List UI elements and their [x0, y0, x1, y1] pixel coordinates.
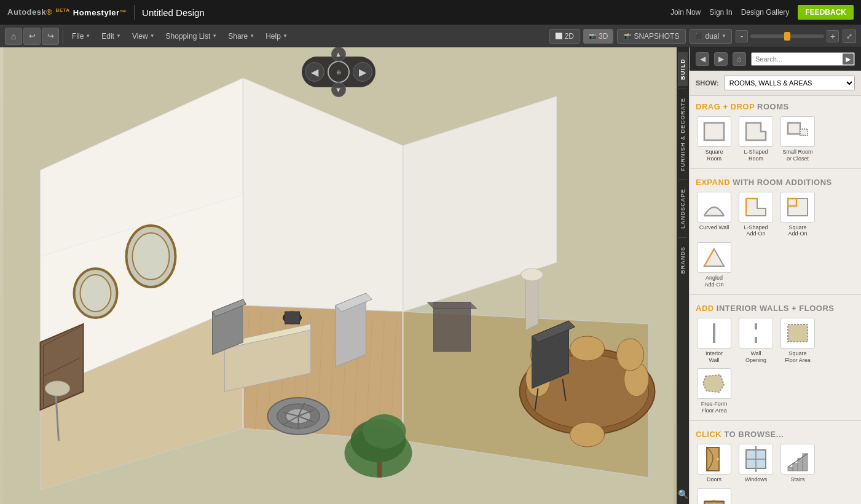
svg-rect-85 [788, 325, 808, 342]
zoom-out-button[interactable]: - [736, 30, 748, 42]
svg-point-67 [45, 381, 70, 396]
view-3d-button[interactable]: 📷 3D [583, 29, 613, 44]
landscape-tab[interactable]: LANDSCAPE [678, 183, 688, 235]
curved-wall-icon [697, 192, 731, 222]
doors-item[interactable]: Doors [696, 444, 733, 483]
show-select[interactable]: ROOMS, WALLS & AREAS FLOORS ONLY WALLS O… [724, 76, 855, 90]
l-room-icon [739, 116, 773, 147]
feedback-button[interactable]: FEEDBACK [798, 5, 854, 20]
freeform-floor-item[interactable]: Free-FormFloor Area [696, 368, 733, 414]
design-gallery-link[interactable]: Design Gallery [741, 8, 790, 17]
windows-item[interactable]: Windows [737, 444, 774, 483]
nav-rotate-right-button[interactable]: ▶ [353, 62, 372, 82]
l-room-label: L-ShapedRoom [744, 149, 768, 162]
fireplaces-icon [697, 488, 731, 504]
zoom-in-button[interactable]: + [827, 30, 839, 42]
view-menu[interactable]: View▼ [127, 30, 160, 43]
snapshots-button[interactable]: 📸 SNAPSHOTS [617, 29, 686, 44]
interior-wall-item[interactable]: InteriorWall [696, 318, 733, 364]
browse-section: CLICK TO BROWSE... Doors [690, 423, 861, 504]
undo-button[interactable]: ↩ [23, 28, 41, 45]
sign-in-link[interactable]: Sign In [709, 8, 732, 17]
search-go-button[interactable]: ▶ [843, 53, 854, 65]
square-room-label: SquareRoom [705, 149, 723, 162]
angled-addon-item[interactable]: AngledAdd-On [696, 242, 733, 288]
section-divider-3 [690, 420, 861, 421]
svg-point-88 [717, 458, 719, 460]
svg-marker-86 [703, 375, 724, 392]
svg-point-52 [570, 336, 605, 361]
right-panel-tabs: BUILD FURNISH & DECORATE LANDSCAPE BRAND… [677, 47, 689, 504]
toolbar-right: ⬜ 2D 📷 3D 📸 SNAPSHOTS ⬛ dual ▼ - + ⤢ [549, 29, 856, 44]
svg-rect-49 [377, 462, 382, 478]
svg-rect-73 [800, 129, 808, 135]
panel-home-button[interactable]: ⌂ [733, 52, 746, 66]
show-label: SHOW: [696, 79, 719, 87]
svg-point-48 [363, 414, 406, 449]
l-room-item[interactable]: L-ShapedRoom [737, 116, 774, 162]
l-addon-label: L-ShapedAdd-On [744, 224, 768, 238]
square-floor-item[interactable]: SquareFloor Area [779, 318, 816, 364]
right-panel: ◀ ▶ ⌂ ▶ SHOW: ROOMS, WALLS & AREAS FLOOR… [689, 47, 861, 504]
design-title: Untitled Design [142, 7, 205, 18]
nav-rotate-left-button[interactable]: ◀ [305, 62, 324, 82]
wall-opening-item[interactable]: WallOpening [737, 318, 774, 364]
build-tab[interactable]: BUILD [678, 52, 688, 86]
top-divider [134, 5, 135, 20]
panel-back-button[interactable]: ◀ [696, 52, 709, 66]
fireplaces-item[interactable]: Fireplaces [696, 488, 733, 504]
view-2d-button[interactable]: ⬜ 2D [549, 29, 580, 44]
shopping-list-menu[interactable]: Shopping List▼ [161, 30, 222, 43]
section-divider-1 [690, 168, 861, 169]
square-room-item[interactable]: SquareRoom [696, 116, 733, 162]
fullscreen-button[interactable]: ⤢ [843, 30, 856, 43]
square-room-icon [697, 116, 731, 147]
home-toolbar-button[interactable]: ⌂ [5, 28, 22, 45]
search-input[interactable] [751, 52, 855, 66]
canvas-background: ◀ ⊕ ▶ ▲ ▼ [0, 47, 677, 504]
additions-grid: Curved Wall L-ShapedAdd-On [696, 192, 855, 288]
nav-up-button[interactable]: ▲ [331, 47, 346, 61]
browse-grid: Doors Windows [696, 444, 855, 504]
svg-point-63 [521, 269, 543, 281]
nav-down-button[interactable]: ▼ [331, 82, 346, 97]
file-menu[interactable]: File▼ [67, 30, 95, 43]
brands-tab[interactable]: BRANDS [678, 240, 688, 280]
svg-rect-64 [434, 302, 471, 352]
top-bar: Autodesk® BETA Homestyler™ Untitled Desi… [0, 0, 861, 25]
freeform-floor-icon [697, 368, 731, 399]
angled-addon-label: AngledAdd-On [704, 275, 723, 288]
curved-wall-item[interactable]: Curved Wall [696, 192, 733, 238]
redo-button[interactable]: ↪ [42, 28, 59, 45]
search-panel-icon[interactable]: 🔍 [678, 489, 688, 499]
windows-icon [739, 444, 773, 474]
furnish-tab[interactable]: FURNISH & DECORATE [678, 92, 688, 177]
dual-view-button[interactable]: ⬛ dual ▼ [690, 29, 732, 44]
freeform-floor-label: Free-FormFloor Area [701, 401, 728, 414]
zoom-thumb[interactable] [784, 32, 790, 41]
section-divider-2 [690, 294, 861, 295]
panel-forward-button[interactable]: ▶ [714, 52, 728, 66]
square-floor-label: SquareFloor Area [785, 350, 811, 364]
svg-rect-72 [788, 123, 800, 134]
edit-menu[interactable]: Edit▼ [96, 30, 126, 43]
interior-wall-icon [697, 318, 731, 348]
canvas-area[interactable]: ◀ ⊕ ▶ ▲ ▼ [0, 47, 677, 504]
curved-wall-label: Curved Wall [699, 224, 729, 231]
join-now-link[interactable]: Join Now [670, 8, 701, 17]
zoom-slider[interactable] [750, 34, 824, 38]
room-scene [0, 47, 677, 504]
share-menu[interactable]: Share▼ [223, 30, 259, 43]
stairs-item[interactable]: Stairs [779, 444, 816, 483]
small-room-item[interactable]: Small Roomor Closet [779, 116, 816, 162]
interior-title: ADD INTERIOR WALLS + FLOORS [696, 304, 855, 313]
nav-center-indicator: ⊕ [328, 61, 350, 83]
l-addon-item[interactable]: L-ShapedAdd-On [737, 192, 774, 238]
doors-label: Doors [707, 476, 721, 483]
navigation-overlay: ◀ ⊕ ▶ ▲ ▼ [302, 57, 375, 93]
square-addon-item[interactable]: SquareAdd-On [779, 192, 816, 238]
svg-marker-71 [746, 123, 766, 140]
toolbar: ⌂ ↩ ↪ File▼ Edit▼ View▼ Shopping List▼ S… [0, 25, 861, 47]
help-menu[interactable]: Help▼ [261, 30, 293, 43]
svg-rect-95 [793, 463, 798, 471]
